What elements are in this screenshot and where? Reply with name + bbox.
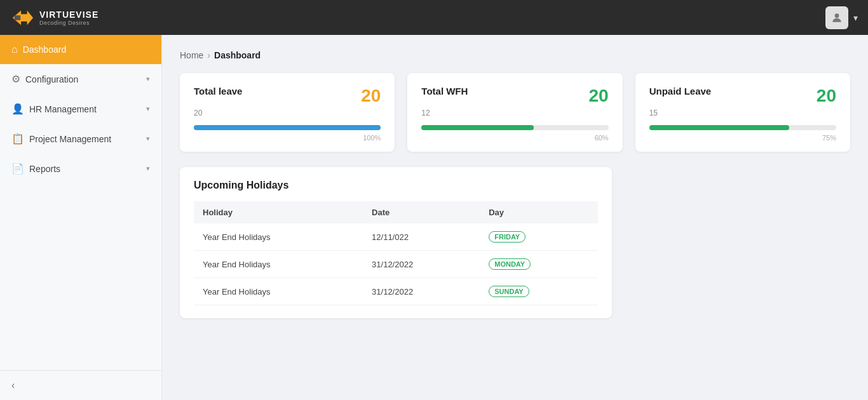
progress-bg-total-wfh <box>421 125 608 130</box>
col-holiday: Holiday <box>194 201 363 223</box>
sidebar-item-label-dashboard: Dashboard <box>23 44 67 55</box>
progress-bg-total-leave <box>194 125 381 130</box>
stat-value-unpaid-leave: 20 <box>817 86 836 106</box>
reports-icon: 📄 <box>11 163 24 175</box>
sidebar-item-configuration[interactable]: ⚙ Configuration ▾ <box>0 64 161 94</box>
table-row: Year End Holidays 12/11/022 FRIDAY <box>194 223 598 251</box>
breadcrumb-separator: › <box>207 50 210 60</box>
stat-value-total-leave: 20 <box>361 86 381 106</box>
col-date: Date <box>363 201 480 223</box>
sidebar-item-label-hr: HR Management <box>29 104 97 114</box>
sidebar-item-reports[interactable]: 📄 Reports ▾ <box>0 154 161 183</box>
sidebar-item-label-configuration: Configuration <box>25 74 78 84</box>
logo-subtitle: Decoding Desires <box>39 20 98 26</box>
cell-holiday-date: 12/11/022 <box>363 223 480 251</box>
svg-point-2 <box>835 13 839 18</box>
stat-title-unpaid-leave: Unpaid Leave <box>649 86 712 97</box>
stat-subtitle-unpaid-leave: 15 <box>649 109 836 117</box>
progress-fill-unpaid-leave <box>649 125 790 130</box>
stat-subtitle-total-leave: 20 <box>194 109 381 117</box>
table-row: Year End Holidays 31/12/2022 MONDAY <box>194 251 598 278</box>
logo-text: VIRTUEVISE Decoding Desires <box>39 10 98 26</box>
stat-card-unpaid-leave: Unpaid Leave 20 15 75% <box>635 73 850 152</box>
logo-area: VIRTUEVISE Decoding Desires <box>10 6 98 30</box>
progress-pct-total-leave: 100% <box>194 134 381 142</box>
sidebar-item-project-management[interactable]: 📋 Project Management ▾ <box>0 124 161 154</box>
col-day: Day <box>480 201 598 223</box>
stat-title-total-leave: Total leave <box>194 86 242 97</box>
clipboard-icon: 📋 <box>11 133 24 145</box>
chevron-icon-project: ▾ <box>146 135 150 143</box>
cell-holiday-day: FRIDAY <box>480 223 598 251</box>
breadcrumb-home: Home <box>180 50 203 60</box>
day-badge: FRIDAY <box>489 231 526 243</box>
progress-pct-unpaid-leave: 75% <box>649 134 836 142</box>
cell-holiday-name: Year End Holidays <box>194 278 363 305</box>
stat-value-total-wfh: 20 <box>589 86 609 106</box>
sidebar-collapse-button[interactable]: ‹ <box>0 370 161 400</box>
topbar-right: ▾ <box>825 6 858 29</box>
sidebar: ⌂ Dashboard ⚙ Configuration ▾ 👤 HR Manag… <box>0 35 162 400</box>
cell-holiday-day: MONDAY <box>480 251 598 278</box>
breadcrumb-current: Dashboard <box>214 50 261 60</box>
chevron-icon-reports: ▾ <box>146 164 150 173</box>
holidays-table-header-row: Holiday Date Day <box>194 201 598 223</box>
user-dropdown-arrow[interactable]: ▾ <box>853 13 858 23</box>
sidebar-item-hr-management[interactable]: 👤 HR Management ▾ <box>0 94 161 124</box>
home-icon: ⌂ <box>11 44 18 55</box>
chevron-icon-configuration: ▾ <box>146 75 150 83</box>
stat-card-total-wfh: Total WFH 20 12 60% <box>407 73 622 152</box>
cell-holiday-date: 31/12/2022 <box>363 278 480 305</box>
person-icon: 👤 <box>11 103 24 115</box>
stat-title-total-wfh: Total WFH <box>421 86 468 97</box>
cell-holiday-date: 31/12/2022 <box>363 251 480 278</box>
svg-rect-1 <box>15 15 21 20</box>
holidays-title: Upcoming Holidays <box>194 180 598 191</box>
cell-holiday-name: Year End Holidays <box>194 251 363 278</box>
table-row: Year End Holidays 31/12/2022 SUNDAY <box>194 278 598 305</box>
holidays-card: Upcoming Holidays Holiday Date Day Year … <box>180 167 612 318</box>
user-icon <box>831 11 843 24</box>
sidebar-item-dashboard[interactable]: ⌂ Dashboard <box>0 35 161 64</box>
stats-row: Total leave 20 20 100% Total WFH 20 12 <box>180 73 850 152</box>
holidays-table: Holiday Date Day Year End Holidays 12/11… <box>194 201 598 305</box>
day-badge: MONDAY <box>489 258 531 270</box>
progress-fill-total-leave <box>194 125 381 130</box>
user-avatar-button[interactable] <box>825 6 848 29</box>
logo-icon <box>10 6 34 30</box>
progress-pct-total-wfh: 60% <box>421 134 608 142</box>
sidebar-item-label-project: Project Management <box>29 134 111 144</box>
cell-holiday-name: Year End Holidays <box>194 223 363 251</box>
sidebar-nav: ⌂ Dashboard ⚙ Configuration ▾ 👤 HR Manag… <box>0 35 161 370</box>
logo-title: VIRTUEVISE <box>39 10 98 20</box>
main-content: Home › Dashboard Total leave 20 20 100% … <box>162 35 868 400</box>
stat-subtitle-total-wfh: 12 <box>421 109 608 117</box>
topbar: VIRTUEVISE Decoding Desires ▾ <box>0 0 868 35</box>
cell-holiday-day: SUNDAY <box>480 278 598 305</box>
day-badge: SUNDAY <box>489 286 529 297</box>
layout: ⌂ Dashboard ⚙ Configuration ▾ 👤 HR Manag… <box>0 35 868 400</box>
chevron-icon-hr: ▾ <box>146 105 150 113</box>
gear-icon: ⚙ <box>11 73 20 85</box>
progress-fill-total-wfh <box>421 125 534 130</box>
breadcrumb: Home › Dashboard <box>180 50 850 60</box>
sidebar-item-label-reports: Reports <box>29 164 60 174</box>
stat-card-total-leave: Total leave 20 20 100% <box>180 73 395 152</box>
progress-bg-unpaid-leave <box>649 125 836 130</box>
